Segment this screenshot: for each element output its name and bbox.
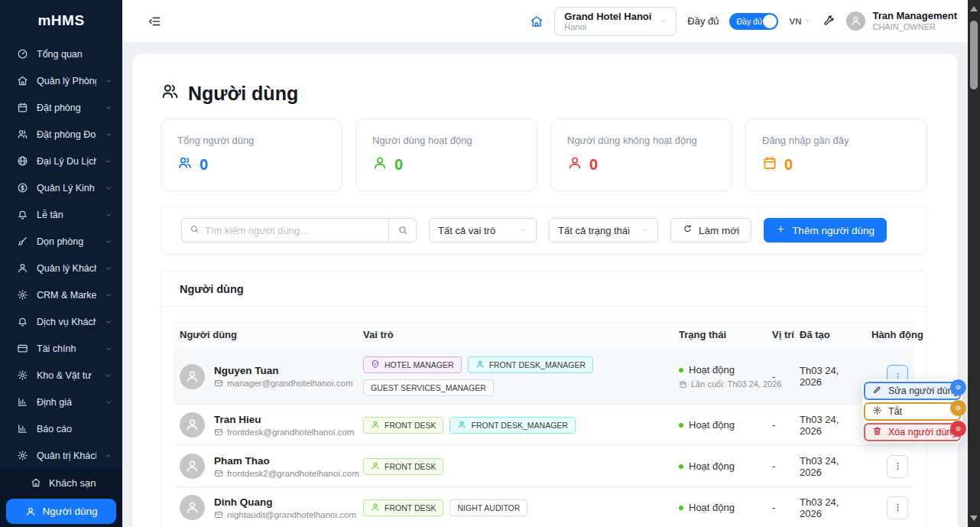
chevron-down-icon — [105, 238, 112, 246]
user-email: frontdesk@grandhotelhanoi.com — [214, 428, 354, 437]
add-user-button[interactable]: Thêm người dùng — [764, 218, 887, 242]
user-menu[interactable]: Tran Management CHAIN_OWNER — [846, 10, 957, 32]
user-email: manager@grandhotelhanoi.com — [214, 379, 352, 388]
sidebar-subitem-nguoi-dung[interactable]: Người dùng — [6, 499, 116, 524]
role-badge-label: GUEST SERVICES_MANAGER — [371, 383, 486, 392]
app-logo: mHMS — [0, 0, 122, 41]
sidebar-item-quan-ly-khach[interactable]: Quản lý Khách ... — [0, 255, 122, 281]
menu-item-tat[interactable]: Tắt — [864, 402, 961, 421]
status-filter-value: Tất cả trạng thái — [558, 225, 630, 236]
user-text: Pham Thaofrontdesk2@grandhotelhanoi.com — [214, 455, 359, 478]
menu-item-label: Xóa người dùng — [888, 427, 957, 438]
search-input[interactable] — [205, 225, 381, 236]
last-login: Lần cuối: Th03 24, 2026 — [679, 379, 760, 389]
sidebar-item-ai-ly-du-lich[interactable]: Đại Lý Du Lịch — [0, 148, 122, 174]
gear-icon — [872, 405, 882, 418]
status-line: Hoạt động — [679, 502, 760, 513]
user-name: Tran Hieu — [214, 414, 354, 425]
role-badges: FRONT DESKFRONT DESK_MANAGER — [363, 417, 667, 434]
user-name: Nguyen Tuan — [214, 365, 352, 376]
stat-card-ang-nhap-gan-ay: Đăng nhập gần đây0 — [745, 119, 927, 191]
table-row: Dinh Quangnightaudit@grandhotelhanoi.com… — [174, 487, 914, 527]
status-text: Hoạt động — [689, 502, 735, 513]
avatar — [180, 364, 205, 389]
home-icon[interactable] — [530, 15, 544, 28]
sidebar-subitem-khach-san[interactable]: Khách sạn — [0, 469, 122, 496]
table-header-row: Người dùngVai tròTrạng tháiVị tríĐã tạoH… — [174, 320, 914, 349]
wrench-icon[interactable] — [823, 15, 836, 28]
status-line: Hoạt động — [679, 460, 760, 472]
row-actions-button[interactable] — [887, 496, 908, 519]
cell-user: Pham Thaofrontdesk2@grandhotelhanoi.com — [174, 446, 357, 487]
plus-icon — [776, 224, 786, 236]
sidebar-item-label: Báo cáo — [37, 424, 112, 434]
mode-toggle-label: Đầy đủ — [736, 17, 763, 26]
sidebar-subitem-label: Khách sạn — [49, 477, 96, 489]
gear-icon — [17, 289, 28, 301]
refresh-label: Làm mới — [699, 225, 739, 236]
avatar — [180, 412, 205, 438]
sidebar-toggle-icon[interactable] — [147, 14, 162, 29]
mode-toggle[interactable]: Đầy đủ — [729, 13, 778, 30]
menu-item-xoa-nguoi-dung[interactable]: Xóa người dùng — [864, 423, 961, 441]
language-selector[interactable]: VN — [789, 17, 812, 26]
role-badge-label: FRONT DESK — [385, 462, 436, 471]
row-actions-menu: Sửa người dùngTắtXóa người dùng — [862, 379, 962, 443]
sidebar-item-label: Quản trị Khách ... — [37, 451, 96, 461]
user-email-text: frontdesk@grandhotelhanoi.com — [227, 428, 354, 437]
content-card: Người dùng Tổng người dùng0Người dùng ho… — [132, 54, 958, 527]
user-cell: Dinh Quangnightaudit@grandhotelhanoi.com — [180, 495, 351, 520]
sidebar-item-tai-chinh[interactable]: Tài chính — [0, 335, 122, 362]
stat-value-row: 0 — [372, 155, 521, 174]
sidebar-item-label: Đặt phòng — [37, 102, 96, 113]
cell-created: Th03 24, 2026 — [793, 487, 865, 527]
hotel-selector[interactable]: Grand Hotel Hanoi Hanoi — [554, 7, 677, 36]
sidebar-item-crm-marketi[interactable]: CRM & Marketi... — [0, 281, 122, 308]
role-badge-label: FRONT DESK — [385, 503, 436, 512]
bell-icon — [17, 209, 28, 220]
menu-item-label: Sửa người dùng — [888, 385, 959, 396]
sidebar-item-label: Quản Lý Kinh D... — [37, 183, 96, 194]
user-icon — [457, 420, 466, 431]
sidebar-item-at-phong[interactable]: Đặt phòng — [0, 94, 122, 121]
role-badge-label: FRONT DESK_MANAGER — [471, 421, 567, 430]
sidebar-item-dich-vu-khach[interactable]: Dịch vụ Khách — [0, 308, 122, 335]
sidebar-item-inh-gia[interactable]: Định giá — [0, 389, 122, 415]
top-header: Grand Hotel Hanoi Hanoi Đầy đủ Đầy đủ VN… — [122, 0, 980, 42]
column-header-trang-thai: Trạng thái — [673, 320, 766, 349]
scroll-down-arrow-icon[interactable] — [970, 516, 978, 521]
language-label: VN — [789, 17, 801, 26]
chevron-down-icon — [105, 399, 112, 406]
chart-icon — [17, 396, 28, 408]
refresh-button[interactable]: Làm mới — [670, 218, 751, 242]
scroll-up-arrow-icon[interactable] — [970, 6, 978, 11]
status-dot-icon — [679, 368, 683, 372]
sidebar-item-quan-ly-phong[interactable]: Quản lý Phòng — [0, 67, 122, 94]
role-filter-select[interactable]: Tất cả vai trò — [429, 218, 537, 242]
stat-card-nguoi-dung-hoat-ong: Người dùng hoạt động0 — [355, 119, 537, 191]
stat-value-row: 0 — [177, 155, 326, 174]
sidebar-item-at-phong-oan[interactable]: Đặt phòng Đoàn — [0, 121, 122, 148]
sidebar-item-kho-vat-tu[interactable]: Kho & Vật tư — [0, 362, 122, 389]
sidebar-item-don-phong[interactable]: Dọn phòng — [0, 228, 122, 255]
cell-location: - — [766, 446, 793, 487]
avatar — [180, 495, 205, 520]
sidebar-item-quan-ly-kinh-d[interactable]: Quản Lý Kinh D... — [0, 174, 122, 201]
sidebar-item-quan-tri-khach[interactable]: Quản trị Khách ... — [0, 442, 122, 469]
sidebar: mHMS Tổng quanQuản lý PhòngĐặt phòngĐặt … — [0, 0, 122, 527]
status-filter-select[interactable]: Tất cả trạng thái — [549, 218, 658, 242]
main-content: Người dùng Tổng người dùng0Người dùng ho… — [122, 42, 980, 527]
search-button[interactable] — [388, 218, 417, 242]
stat-label: Tổng người dùng — [177, 135, 326, 146]
home-icon — [31, 477, 41, 488]
scrollbar-thumb[interactable] — [970, 21, 978, 89]
sidebar-item-tong-quan[interactable]: Tổng quan — [0, 41, 122, 67]
sidebar-item-bao-cao[interactable]: Báo cáo — [0, 415, 122, 442]
user-icon — [17, 262, 28, 274]
menu-item-sua-nguoi-dung[interactable]: Sửa người dùng — [864, 382, 961, 400]
cell-status: Hoạt động — [673, 487, 766, 527]
sidebar-item-le-tan[interactable]: Lễ tân — [0, 201, 122, 228]
row-actions-button[interactable] — [887, 455, 908, 478]
filter-bar: Tất cả vai trò Tất cả trạng thái Làm mới… — [161, 206, 927, 255]
cell-user: Dinh Quangnightaudit@grandhotelhanoi.com — [174, 487, 357, 527]
